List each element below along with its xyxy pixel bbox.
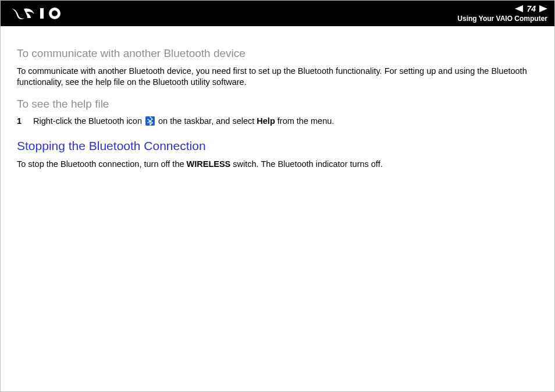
subheading-communicate: To communicate with another Bluetooth de… [17,46,538,61]
page-nav: 74 [515,4,547,13]
step1-text-pre: Right-click the Bluetooth icon [33,116,144,126]
para2-a: To stop the Bluetooth connection, turn o… [17,159,187,169]
paragraph-intro: To communicate with another Bluetooth de… [17,66,538,88]
heading-stopping: Stopping the Bluetooth Connection [17,138,538,154]
header-right: 74 Using Your VAIO Computer [457,4,547,23]
nav-prev-icon[interactable] [515,5,523,12]
header-section-title: Using Your VAIO Computer [457,15,547,23]
step1-text-mid: on the taskbar, and select [156,116,257,126]
bluetooth-icon [145,116,155,126]
step-1: 1 Right-click the Bluetooth icon on the … [17,116,538,127]
vaio-logo [11,6,75,20]
step-text: Right-click the Bluetooth icon on the ta… [33,116,538,127]
page-header: 74 Using Your VAIO Computer [1,1,554,26]
para2-bold: WIRELESS [187,159,231,169]
page-number: 74 [526,4,536,13]
page-content: To communicate with another Bluetooth de… [1,26,554,179]
svg-point-2 [52,10,58,16]
svg-rect-0 [40,8,44,19]
step1-text-end: from the menu. [275,116,335,126]
step1-bold: Help [257,116,275,126]
para2-b: switch. The Bluetooth indicator turns of… [230,159,382,169]
svg-marker-3 [515,5,523,12]
step-number: 1 [17,116,25,127]
document-page: 74 Using Your VAIO Computer To communica… [0,0,555,392]
paragraph-stop: To stop the Bluetooth connection, turn o… [17,159,538,170]
nav-next-icon[interactable] [539,5,547,12]
svg-marker-4 [539,5,547,12]
subheading-helpfile: To see the help file [17,97,538,112]
